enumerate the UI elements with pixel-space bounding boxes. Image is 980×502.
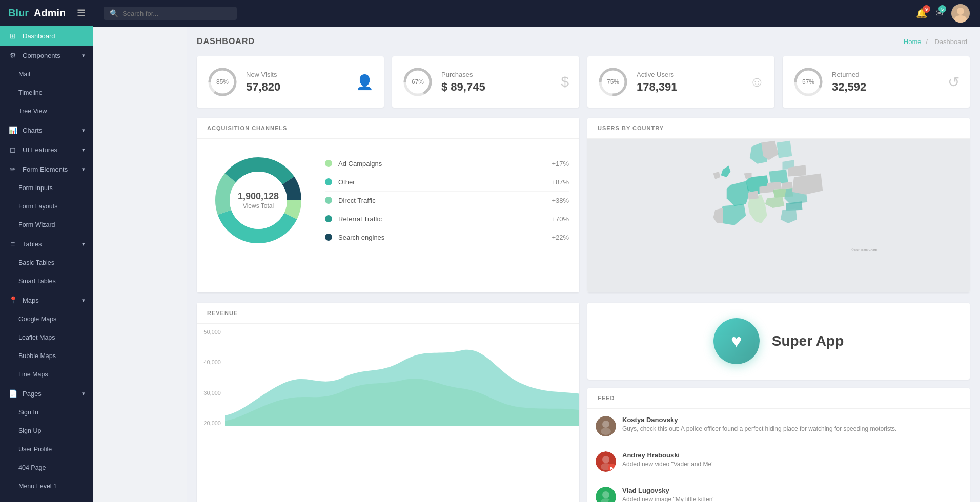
topbar: 🔍 🔔 9 ✉ 5	[93, 0, 980, 27]
sidebar-item-label: Form Wizard	[18, 221, 55, 228]
stat-info-new-visits: New Visits 57,820	[246, 71, 348, 94]
feed-content: Andrey Hrabouski Added new video "Vader …	[622, 451, 713, 472]
sidebar-item-label: Basic Tables	[18, 259, 54, 266]
feed-text: Guys, check this out: A police officer f…	[622, 425, 896, 433]
feed-user-name: Andrey Hrabouski	[622, 451, 713, 459]
right-bottom-col: ♥ Super App FEED Kostya Danovsky Guys, c…	[587, 303, 970, 502]
stat-label: Purchases	[441, 71, 553, 78]
svg-point-24	[602, 456, 609, 463]
menu-hamburger-icon[interactable]: ☰	[77, 8, 85, 19]
feed-user-name: Kostya Danovsky	[622, 416, 896, 424]
notification-button[interactable]: 🔔 9	[916, 8, 927, 19]
sidebar-item-label: Dashboard	[23, 32, 55, 40]
stat-circle-purchases: 67%	[402, 67, 433, 97]
sidebar-item-line-maps[interactable]: Line Maps	[0, 365, 93, 384]
sidebar-item-charts[interactable]: 📊 Charts ▾	[0, 120, 93, 140]
messages-badge: 5	[938, 5, 946, 13]
messages-button[interactable]: ✉ 5	[935, 8, 943, 19]
form-elements-submenu: Form Inputs Form Layouts Form Wizard	[0, 179, 93, 234]
stat-label: Returned	[832, 71, 940, 78]
sidebar-item-components[interactable]: ⚙ Components ▾	[0, 46, 93, 65]
sidebar-item-sign-up[interactable]: Sign Up	[0, 422, 93, 440]
sidebar-item-basic-tables[interactable]: Basic Tables	[0, 254, 93, 272]
feed-header: FEED	[587, 388, 970, 409]
legend-name: Ad Campaigns	[338, 160, 552, 168]
sidebar-item-label: Tables	[23, 240, 42, 248]
sidebar-item-sign-in[interactable]: Sign In	[0, 403, 93, 422]
legend-dot	[325, 197, 332, 204]
search-input[interactable]	[122, 10, 231, 17]
legend-name: Direct Traffic	[338, 197, 552, 204]
feed-text: Added new video "Vader and Me"	[622, 460, 713, 469]
user-avatar[interactable]	[951, 4, 970, 23]
feed-card: FEED Kostya Danovsky Guys, check this ou…	[587, 388, 970, 502]
svg-point-22	[601, 428, 611, 435]
sidebar-item-label: Smart Tables	[18, 278, 56, 285]
sidebar-item-label: Tree View	[18, 108, 47, 115]
sidebar-item-tables[interactable]: ≡ Tables ▾	[0, 234, 93, 254]
y-label-30k: 30,000	[197, 390, 221, 396]
legend-dot	[325, 215, 332, 222]
legend-dot	[325, 160, 332, 167]
sidebar-item-treeview[interactable]: Tree View	[0, 102, 93, 120]
feed-avatar[interactable]	[596, 416, 616, 436]
sidebar-item-leaflet-maps[interactable]: Leaflet Maps	[0, 328, 93, 347]
sidebar-item-timeline[interactable]: Timeline	[0, 83, 93, 102]
avatar-image	[951, 4, 970, 23]
legend-pct: +17%	[552, 160, 569, 168]
sidebar-item-menu-level-1[interactable]: Menu Level 1	[0, 477, 93, 495]
sidebar-item-bubble-maps[interactable]: Bubble Maps	[0, 347, 93, 365]
chevron-down-icon: ▾	[82, 127, 85, 134]
donut-center: 1,900,128 Views Total	[238, 191, 279, 211]
sidebar-item-user-profile[interactable]: User Profile	[0, 440, 93, 458]
sidebar-item-maps[interactable]: 📍 Maps ▾	[0, 290, 93, 310]
feed-list: Kostya Danovsky Guys, check this out: A …	[587, 409, 970, 502]
chevron-down-icon: ▾	[82, 52, 85, 59]
stat-circle-returned: 57%	[793, 67, 824, 97]
stat-circle-new-visits: 85%	[207, 67, 238, 97]
revenue-body: 50,000 40,000 30,000 20,000	[197, 324, 579, 436]
page-title: DASHBOARD	[197, 37, 255, 46]
breadcrumb-home[interactable]: Home	[904, 38, 922, 46]
revenue-y-axis: 50,000 40,000 30,000 20,000	[197, 329, 225, 426]
heart-icon: ♥	[731, 330, 742, 352]
sidebar-item-pages[interactable]: 📄 Pages ▾	[0, 384, 93, 403]
sidebar-item-google-maps[interactable]: Google Maps	[0, 310, 93, 328]
feed-content: Vlad Lugovsky Added new image "My little…	[622, 487, 715, 502]
y-label-40k: 40,000	[197, 359, 221, 365]
sidebar-item-form-inputs[interactable]: Form Inputs	[0, 179, 93, 197]
legend-dot	[325, 234, 332, 241]
super-app-card: ♥ Super App	[587, 303, 970, 380]
stats-row: 85% New Visits 57,820 👤 67% Purchases $ …	[197, 56, 970, 108]
sidebar-item-label: Form Elements	[23, 165, 68, 173]
map-header: USERS BY COUNTRY	[587, 118, 970, 139]
middle-row: ACQUISITION CHANNELS	[197, 118, 970, 292]
sidebar-item-label: Sign In	[18, 409, 38, 416]
sidebar-item-ui-features[interactable]: ◻ UI Features ▾	[0, 140, 93, 159]
revenue-chart-svg	[225, 329, 579, 426]
legend-pct: +70%	[552, 215, 569, 223]
sidebar-item-mail[interactable]: Mail	[0, 65, 93, 83]
svg-point-21	[602, 421, 609, 428]
feed-item: Kostya Danovsky Guys, check this out: A …	[587, 409, 970, 444]
feed-avatar[interactable]: +	[596, 487, 616, 502]
sidebar-logo: BlurAdmin ☰	[0, 0, 93, 26]
sidebar-item-dashboard[interactable]: ⊞ Dashboard	[0, 26, 93, 46]
legend-item: Other +87%	[325, 173, 569, 192]
stat-circle-active-users: 75%	[598, 67, 628, 97]
sidebar-item-form-wizard[interactable]: Form Wizard	[0, 216, 93, 234]
feed-avatar[interactable]: ▶	[596, 451, 616, 472]
bottom-section: REVENUE 50,000 40,000 30,000 20,000	[197, 303, 970, 502]
sidebar-item-form-elements[interactable]: ✏ Form Elements ▾	[0, 159, 93, 179]
legend-item: Referral Traffic +70%	[325, 210, 569, 228]
sidebar-item-label: Components	[23, 52, 60, 59]
sidebar-item-smart-tables[interactable]: Smart Tables	[0, 272, 93, 290]
sidebar-item-form-layouts[interactable]: Form Layouts	[0, 197, 93, 216]
donut-chart: 1,900,128 Views Total	[207, 149, 310, 252]
feed-item: + Vlad Lugovsky Added new image "My litt…	[587, 479, 970, 502]
sidebar-item-label: Pages	[23, 390, 42, 398]
sidebar-item-404-page[interactable]: 404 Page	[0, 458, 93, 477]
search-box[interactable]: 🔍	[104, 7, 237, 20]
chevron-down-icon: ▾	[82, 297, 85, 304]
topbar-actions: 🔔 9 ✉ 5	[916, 4, 970, 23]
